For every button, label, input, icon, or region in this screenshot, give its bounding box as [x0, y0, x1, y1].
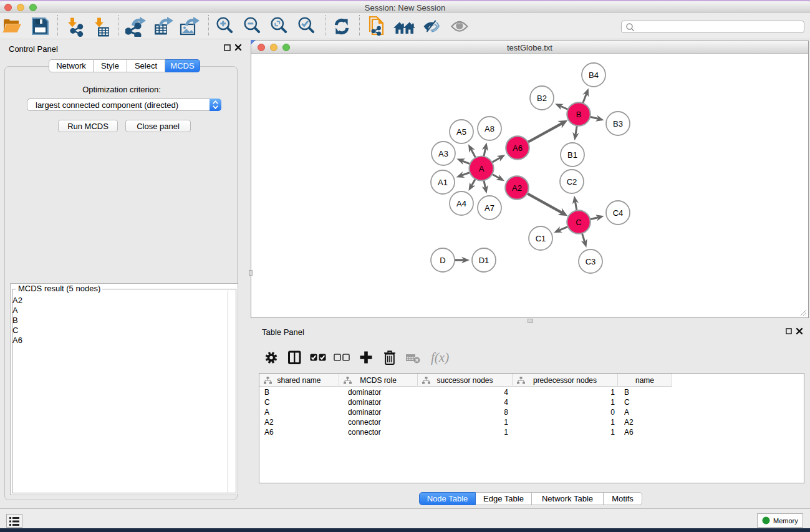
- svg-text:D1: D1: [479, 256, 489, 265]
- svg-text:B3: B3: [613, 119, 623, 128]
- svg-text:A8: A8: [485, 124, 494, 133]
- svg-text:C3: C3: [586, 257, 596, 266]
- svg-text:C2: C2: [567, 177, 577, 186]
- svg-text:B: B: [576, 110, 582, 119]
- svg-text:A4: A4: [456, 199, 466, 208]
- svg-text:A2: A2: [512, 183, 522, 193]
- svg-text:C: C: [576, 218, 581, 227]
- svg-text:A5: A5: [456, 127, 466, 137]
- svg-text:A1: A1: [438, 178, 448, 187]
- svg-text:B1: B1: [567, 150, 577, 160]
- svg-text:D: D: [440, 256, 445, 265]
- svg-text:f(x): f(x): [431, 350, 449, 365]
- svg-text:C4: C4: [613, 208, 624, 218]
- svg-text:A3: A3: [438, 149, 448, 158]
- svg-text:A7: A7: [485, 203, 494, 213]
- svg-text:C1: C1: [536, 234, 546, 243]
- svg-text:B4: B4: [589, 70, 599, 80]
- svg-text:B2: B2: [537, 94, 547, 103]
- svg-text:A6: A6: [513, 143, 523, 153]
- svg-text:A: A: [479, 164, 485, 173]
